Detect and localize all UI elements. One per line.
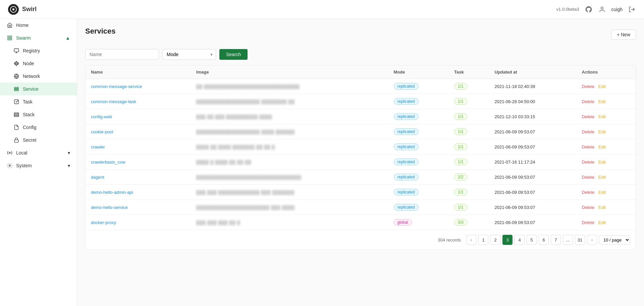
svg-point-1	[12, 8, 14, 10]
prev-page-button[interactable]: ‹	[466, 235, 476, 245]
sidebar-item-config[interactable]: Config	[0, 121, 77, 134]
page-7-button[interactable]: 7	[551, 235, 561, 245]
cell-mode-9: global	[388, 215, 449, 230]
cell-actions-4: Delete Edit	[577, 139, 636, 155]
page-2-button[interactable]: 2	[490, 235, 500, 245]
service-link-6[interactable]: dagent	[91, 175, 104, 180]
delete-button-7[interactable]: Delete	[582, 190, 595, 195]
delete-button-8[interactable]: Delete	[582, 205, 595, 210]
sidebar-item-local[interactable]: Local ▾	[0, 146, 77, 159]
page-size-select[interactable]: 10 / page 20 / page 50 / page	[599, 235, 630, 245]
svg-rect-18	[14, 100, 18, 104]
sidebar-item-label: System	[16, 163, 32, 168]
cell-task-5: 1/1	[449, 155, 489, 170]
edit-button-8[interactable]: Edit	[598, 205, 606, 210]
mode-badge-6: replicated	[394, 174, 419, 180]
github-icon[interactable]	[585, 5, 593, 13]
cell-name-2: config-web	[86, 109, 191, 124]
name-input[interactable]	[85, 49, 159, 60]
service-link-5[interactable]: crawlerbasis_cow	[91, 160, 125, 165]
service-link-8[interactable]: demo-hello-service	[91, 205, 128, 210]
table-row: dagent █████████████████████████████████…	[86, 170, 636, 185]
sidebar-item-task[interactable]: Task	[0, 95, 77, 108]
edit-button-4[interactable]: Edit	[598, 144, 606, 149]
mode-badge-9: global	[394, 219, 412, 226]
mode-badge-8: replicated	[394, 204, 419, 211]
edit-button-5[interactable]: Edit	[598, 160, 606, 165]
layout: Home Swarm ▲ Registry Node	[0, 19, 644, 306]
page-4-button[interactable]: 4	[515, 235, 525, 245]
cell-task-4: 1/1	[449, 139, 489, 155]
cell-updated-8: 2021-06-09 09:53:07	[489, 200, 576, 215]
sidebar-item-node[interactable]: Node	[0, 57, 77, 70]
service-link-7[interactable]: demo-hello-admin-api	[91, 190, 133, 195]
task-badge-4: 1/1	[454, 143, 467, 150]
delete-button-0[interactable]: Delete	[582, 84, 595, 89]
cell-image-7: ███ ███ █████████████ ███ ███████	[191, 185, 388, 200]
delete-button-2[interactable]: Delete	[582, 114, 595, 119]
secret-icon	[13, 137, 19, 143]
edit-button-2[interactable]: Edit	[598, 114, 606, 119]
sidebar-item-secret[interactable]: Secret	[0, 134, 77, 146]
cell-name-6: dagent	[86, 170, 191, 185]
edit-button-9[interactable]: Edit	[598, 220, 606, 225]
sidebar-item-service[interactable]: Service	[0, 83, 77, 95]
cell-actions-5: Delete Edit	[577, 155, 636, 170]
svg-point-23	[9, 152, 10, 154]
page-5-button[interactable]: 5	[527, 235, 537, 245]
new-button[interactable]: + New	[611, 30, 636, 40]
page-6-button[interactable]: 6	[539, 235, 549, 245]
mode-select-wrapper: Mode replicated global	[162, 49, 216, 60]
cell-task-0: 1/1	[449, 79, 489, 94]
service-link-4[interactable]: crawler	[91, 144, 105, 149]
node-icon	[13, 60, 19, 67]
delete-button-5[interactable]: Delete	[582, 160, 595, 165]
svg-rect-5	[10, 36, 12, 38]
cell-updated-6: 2021-06-09 09:53:07	[489, 170, 576, 185]
svg-rect-16	[14, 89, 18, 90]
sidebar-item-network[interactable]: Network	[0, 70, 77, 83]
cell-task-8: 1/1	[449, 200, 489, 215]
search-button[interactable]: Search	[219, 49, 248, 60]
col-updated-at: Updated at	[489, 65, 576, 79]
edit-button-3[interactable]: Edit	[598, 129, 606, 134]
sidebar-item-swarm[interactable]: Swarm ▲	[0, 32, 77, 44]
page-1-button[interactable]: 1	[478, 235, 488, 245]
svg-rect-8	[14, 49, 18, 52]
edit-button-0[interactable]: Edit	[598, 84, 606, 89]
edit-button-7[interactable]: Edit	[598, 190, 606, 195]
page-3-button[interactable]: 3	[502, 235, 513, 245]
cell-image-8: ███████████████████████ ███ ████	[191, 200, 388, 215]
delete-button-3[interactable]: Delete	[582, 129, 595, 134]
cell-name-4: crawler	[86, 139, 191, 155]
page-31-button[interactable]: 31	[575, 235, 585, 245]
svg-rect-15	[14, 87, 18, 88]
image-text-0: ██ ██████████████████████████████	[196, 84, 300, 89]
sidebar-item-label: Secret	[23, 137, 36, 143]
delete-button-4[interactable]: Delete	[582, 144, 595, 149]
image-text-1: ████████████████████ ████████ ██	[196, 99, 295, 104]
sidebar-item-system[interactable]: System ▾	[0, 159, 77, 172]
service-link-0[interactable]: common-message-service	[91, 84, 142, 89]
user-icon[interactable]	[598, 5, 606, 13]
delete-button-9[interactable]: Delete	[582, 220, 595, 225]
task-icon	[13, 99, 19, 105]
sidebar-item-home[interactable]: Home	[0, 19, 77, 32]
edit-button-6[interactable]: Edit	[598, 175, 606, 180]
sidebar-item-stack[interactable]: Stack	[0, 108, 77, 121]
delete-button-6[interactable]: Delete	[582, 175, 595, 180]
next-page-button[interactable]: ›	[587, 235, 597, 245]
logout-icon[interactable]	[628, 5, 636, 13]
sidebar-item-registry[interactable]: Registry	[0, 44, 77, 57]
svg-rect-20	[14, 114, 18, 115]
service-link-3[interactable]: cookie-pool	[91, 129, 113, 134]
image-text-2: ███ ██ ███ ██████████ ████	[196, 115, 272, 119]
delete-button-1[interactable]: Delete	[582, 99, 595, 104]
service-link-2[interactable]: config-web	[91, 114, 112, 119]
col-name: Name	[86, 65, 191, 79]
edit-button-1[interactable]: Edit	[598, 99, 606, 104]
cell-name-7: demo-hello-admin-api	[86, 185, 191, 200]
service-link-9[interactable]: docker-proxy	[91, 220, 116, 225]
mode-select[interactable]: Mode replicated global	[162, 49, 216, 60]
service-link-1[interactable]: common-message-task	[91, 99, 136, 104]
